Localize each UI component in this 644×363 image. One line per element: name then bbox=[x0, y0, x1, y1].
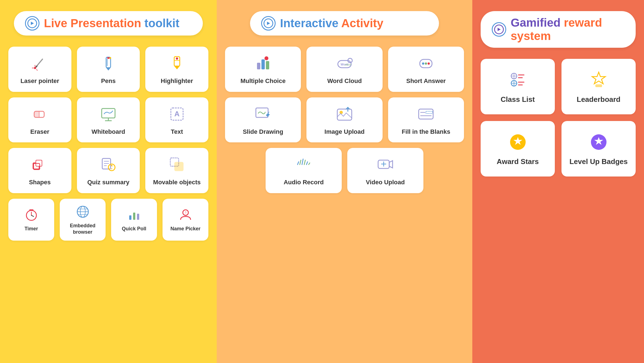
browser-icon bbox=[75, 204, 91, 220]
timer-icon bbox=[23, 207, 39, 223]
tool-label: Eraser bbox=[30, 128, 49, 136]
svg-line-76 bbox=[300, 160, 301, 165]
laser-icon bbox=[30, 53, 50, 73]
tool-highlighter[interactable]: Highlighter bbox=[145, 47, 208, 92]
left-panel: Live Presentation toolkit bbox=[0, 0, 217, 363]
tool-video-upload[interactable]: Video Upload bbox=[347, 148, 423, 193]
tool-short-answer[interactable]: Short Answer bbox=[388, 47, 464, 92]
svg-text:?: ? bbox=[185, 211, 186, 214]
right-header: Gamified reward system bbox=[481, 11, 636, 48]
svg-rect-53 bbox=[261, 59, 265, 69]
svg-rect-48 bbox=[137, 214, 139, 220]
tool-shapes[interactable]: Shapes bbox=[8, 148, 71, 193]
svg-rect-11 bbox=[109, 57, 111, 59]
tool-label: Quick Poll bbox=[122, 226, 146, 232]
svg-point-63 bbox=[428, 62, 430, 65]
tool-label: Shapes bbox=[29, 178, 51, 186]
movable-icon bbox=[167, 155, 187, 175]
left-title: Live Presentation toolkit bbox=[44, 17, 179, 30]
svg-rect-35 bbox=[175, 162, 183, 171]
tool-eraser[interactable]: Eraser bbox=[8, 97, 71, 143]
svg-line-79 bbox=[306, 162, 308, 165]
tool-fill-blanks[interactable]: Fill in the Blanks bbox=[388, 97, 464, 143]
pens-icon bbox=[98, 53, 118, 73]
svg-line-75 bbox=[298, 162, 299, 165]
svg-point-3 bbox=[34, 67, 36, 69]
svg-line-77 bbox=[302, 159, 303, 165]
tool-pens[interactable]: Pens bbox=[77, 47, 140, 92]
name-picker-icon: ? bbox=[178, 207, 194, 223]
tool-label: Quiz summary bbox=[87, 178, 129, 186]
tool-quiz-summary[interactable]: Quiz summary bbox=[77, 148, 140, 193]
poll-icon bbox=[126, 207, 142, 223]
tool-label: Movable objects bbox=[153, 178, 201, 186]
tool-label: Whiteboard bbox=[91, 128, 125, 136]
tool-slide-drawing[interactable]: Slide Drawing bbox=[225, 97, 301, 143]
tool-award-stars[interactable]: Award Stars bbox=[481, 121, 555, 177]
svg-line-80 bbox=[309, 163, 310, 165]
tool-label: Embedded browser bbox=[63, 223, 103, 236]
highlighter-icon bbox=[167, 53, 187, 73]
svg-text:A: A bbox=[174, 110, 179, 118]
middle-header: Interactive Activity bbox=[250, 11, 439, 36]
tool-image-upload[interactable]: Image Upload bbox=[306, 97, 382, 143]
eraser-icon bbox=[30, 104, 50, 124]
tool-quick-poll[interactable]: Quick Poll bbox=[111, 199, 157, 241]
middle-logo bbox=[261, 16, 276, 31]
iu-icon bbox=[335, 104, 355, 124]
tool-leaderboard[interactable]: Leaderboard bbox=[561, 59, 636, 114]
tool-label: Image Upload bbox=[325, 128, 365, 136]
left-header: Live Presentation toolkit bbox=[14, 11, 203, 36]
tool-word-cloud[interactable]: Word cloud Word Cloud bbox=[306, 47, 382, 92]
svg-rect-10 bbox=[107, 57, 109, 59]
svg-rect-47 bbox=[133, 213, 135, 220]
svg-rect-19 bbox=[102, 109, 115, 118]
tool-label: Laser pointer bbox=[21, 77, 59, 85]
svg-point-61 bbox=[422, 62, 424, 65]
sa-icon bbox=[416, 53, 436, 73]
tool-label: Award Stars bbox=[497, 157, 539, 167]
tool-level-up-badges[interactable]: Level Up Badges bbox=[561, 121, 636, 177]
tool-label: Multiple Choice bbox=[240, 77, 286, 85]
tool-label: Class List bbox=[501, 95, 535, 104]
tool-label: Pens bbox=[101, 77, 116, 85]
tool-movable-objects[interactable]: Movable objects bbox=[145, 148, 208, 193]
shapes-icon bbox=[30, 155, 50, 175]
tool-label: Audio Record bbox=[284, 178, 324, 186]
svg-rect-73 bbox=[426, 111, 433, 114]
as-icon bbox=[507, 131, 529, 153]
svg-rect-96 bbox=[595, 84, 602, 87]
tool-text[interactable]: A Text bbox=[145, 97, 208, 143]
vu-icon bbox=[375, 155, 395, 175]
tool-class-list[interactable]: Class List bbox=[481, 59, 555, 114]
svg-point-55 bbox=[264, 56, 268, 60]
tool-label: Name Picker bbox=[170, 226, 200, 232]
svg-text:cloud: cloud bbox=[345, 63, 351, 66]
lb-icon bbox=[588, 69, 610, 91]
middle-panel: Interactive Activity Multiple Choice bbox=[217, 0, 472, 363]
tool-audio-record[interactable]: Audio Record bbox=[266, 148, 342, 193]
tool-laser-pointer[interactable]: Laser pointer bbox=[8, 47, 71, 92]
fb-icon bbox=[416, 104, 436, 124]
svg-marker-82 bbox=[389, 161, 393, 168]
cl-icon bbox=[507, 69, 529, 91]
svg-rect-17 bbox=[34, 111, 39, 117]
tool-timer[interactable]: Timer bbox=[8, 199, 54, 241]
tool-embedded-browser[interactable]: Embedded browser bbox=[60, 199, 106, 241]
tool-whiteboard[interactable]: Whiteboard bbox=[77, 97, 140, 143]
tool-multiple-choice[interactable]: Multiple Choice bbox=[225, 47, 301, 92]
tool-name-picker[interactable]: ? Name Picker bbox=[163, 199, 208, 241]
whiteboard-icon bbox=[98, 104, 118, 124]
ar-icon bbox=[294, 155, 314, 175]
wc-icon: Word cloud bbox=[335, 53, 355, 73]
svg-line-38 bbox=[31, 215, 34, 216]
svg-line-6 bbox=[36, 69, 38, 70]
svg-point-62 bbox=[425, 62, 427, 65]
lu-icon bbox=[588, 131, 610, 153]
svg-rect-54 bbox=[266, 61, 269, 69]
left-logo bbox=[25, 16, 39, 31]
tool-label: Word Cloud bbox=[327, 77, 362, 85]
tool-label: Leaderboard bbox=[577, 95, 621, 104]
svg-point-67 bbox=[340, 111, 343, 114]
svg-rect-46 bbox=[129, 215, 131, 220]
